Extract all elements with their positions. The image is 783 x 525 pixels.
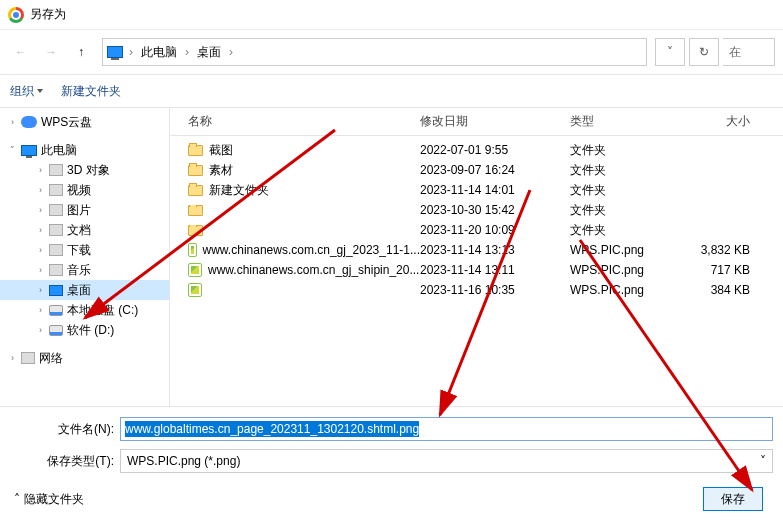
file-size: 384 KB: [690, 283, 760, 297]
chevron-right-icon: ›: [227, 43, 235, 61]
chevron-right-icon: ›: [8, 118, 17, 127]
sidebar-item-network[interactable]: ›网络: [0, 348, 169, 368]
file-date: 2023-09-07 16:24: [420, 163, 570, 177]
save-button[interactable]: 保存: [703, 487, 763, 511]
folder-icon: [188, 225, 203, 236]
sidebar-item-downloads[interactable]: ›下载: [0, 240, 169, 260]
new-folder-button[interactable]: 新建文件夹: [61, 83, 121, 100]
file-name: www.chinanews.com.cn_gj_2023_11-1...: [203, 243, 420, 257]
folder-icon: [188, 145, 203, 156]
file-type: 文件夹: [570, 162, 690, 179]
nav-forward-button: →: [38, 39, 64, 65]
path-box[interactable]: › 此电脑 › 桌面 ›: [102, 38, 647, 66]
column-header-name[interactable]: 名称: [170, 113, 420, 130]
chevron-right-icon: ›: [36, 306, 45, 315]
music-icon: [49, 264, 63, 276]
folder-icon: [188, 165, 203, 176]
pc-icon: [21, 145, 37, 156]
file-size: 717 KB: [690, 263, 760, 277]
nav-up-button[interactable]: ↑: [68, 39, 94, 65]
sidebar-item-wps-cloud[interactable]: ›WPS云盘: [0, 112, 169, 132]
chevron-right-icon: ›: [36, 326, 45, 335]
breadcrumb-current[interactable]: 桌面: [195, 42, 223, 63]
chevron-down-icon: ˅: [760, 454, 766, 468]
nav-back-button: ←: [8, 39, 34, 65]
search-input[interactable]: 在: [723, 38, 775, 66]
file-name: www.chinanews.com.cn_gj_shipin_20...: [208, 263, 419, 277]
pictures-icon: [49, 204, 63, 216]
toolbar: 组织 新建文件夹: [0, 74, 783, 108]
file-type: WPS.PIC.png: [570, 243, 690, 257]
chevron-right-icon: ›: [36, 286, 45, 295]
file-row[interactable]: 2023-11-20 10:09文件夹: [170, 220, 783, 240]
image-file-icon: [188, 283, 202, 297]
sidebar-item-pictures[interactable]: ›图片: [0, 200, 169, 220]
file-type: 文件夹: [570, 182, 690, 199]
sidebar-item-documents[interactable]: ›文档: [0, 220, 169, 240]
filetype-select[interactable]: WPS.PIC.png (*.png) ˅: [120, 449, 773, 473]
file-row[interactable]: 素材2023-09-07 16:24文件夹: [170, 160, 783, 180]
sidebar-item-desktop[interactable]: ›桌面: [0, 280, 169, 300]
cloud-icon: [21, 116, 37, 128]
filename-input[interactable]: www.globaltimes.cn_page_202311_1302120.s…: [120, 417, 773, 441]
chevron-down-icon: ˅: [667, 45, 673, 59]
file-row[interactable]: 截图2022-07-01 9:55文件夹: [170, 140, 783, 160]
file-row[interactable]: 2023-10-30 15:42文件夹: [170, 200, 783, 220]
filename-label: 文件名(N):: [10, 421, 120, 438]
refresh-button[interactable]: ↻: [689, 38, 719, 66]
disk-icon: [49, 325, 63, 336]
sidebar-item-this-pc[interactable]: ˅此电脑: [0, 140, 169, 160]
breadcrumb-root[interactable]: 此电脑: [139, 42, 179, 63]
file-name: 素材: [209, 162, 233, 179]
file-date: 2023-11-16 10:35: [420, 283, 570, 297]
pc-icon: [107, 46, 123, 58]
chevron-up-icon: ˄: [14, 492, 20, 506]
file-date: 2023-11-20 10:09: [420, 223, 570, 237]
folder-icon: [188, 185, 203, 196]
file-date: 2023-11-14 13:11: [420, 263, 570, 277]
save-form: 文件名(N): www.globaltimes.cn_page_202311_1…: [0, 406, 783, 517]
file-size: 3,832 KB: [690, 243, 760, 257]
chevron-right-icon: ›: [36, 246, 45, 255]
file-name: 截图: [209, 142, 233, 159]
file-type: 文件夹: [570, 142, 690, 159]
sidebar-item-disk-c[interactable]: ›本地磁盘 (C:): [0, 300, 169, 320]
organize-menu[interactable]: 组织: [10, 83, 43, 100]
chevron-right-icon: ›: [36, 166, 45, 175]
column-header-type[interactable]: 类型: [570, 113, 690, 130]
file-row[interactable]: www.chinanews.com.cn_gj_shipin_20...2023…: [170, 260, 783, 280]
chevron-right-icon: ›: [36, 186, 45, 195]
path-dropdown-button[interactable]: ˅: [655, 38, 685, 66]
chrome-icon: [8, 7, 24, 23]
file-list-header: 名称 修改日期 类型 大小: [170, 108, 783, 136]
sidebar-item-3d-objects[interactable]: ›3D 对象: [0, 160, 169, 180]
file-pane: 名称 修改日期 类型 大小 截图2022-07-01 9:55文件夹素材2023…: [170, 108, 783, 406]
file-type: WPS.PIC.png: [570, 263, 690, 277]
sidebar-item-videos[interactable]: ›视频: [0, 180, 169, 200]
filetype-label: 保存类型(T):: [10, 453, 120, 470]
chevron-right-icon: ›: [36, 266, 45, 275]
file-date: 2022-07-01 9:55: [420, 143, 570, 157]
sidebar-item-disk-d[interactable]: ›软件 (D:): [0, 320, 169, 340]
sidebar-item-music[interactable]: ›音乐: [0, 260, 169, 280]
3d-objects-icon: [49, 164, 63, 176]
desktop-icon: [49, 285, 63, 296]
chevron-right-icon: ›: [36, 206, 45, 215]
file-list[interactable]: 截图2022-07-01 9:55文件夹素材2023-09-07 16:24文件…: [170, 136, 783, 406]
column-header-date[interactable]: 修改日期: [420, 113, 570, 130]
sidebar: ›WPS云盘 ˅此电脑 ›3D 对象 ›视频 ›图片 ›文档 ›下载 ›音乐 ›…: [0, 108, 170, 406]
file-row[interactable]: 2023-11-16 10:35WPS.PIC.png384 KB: [170, 280, 783, 300]
file-type: 文件夹: [570, 202, 690, 219]
downloads-icon: [49, 244, 63, 256]
chevron-right-icon: ›: [8, 354, 17, 363]
address-bar: ← → ↑ › 此电脑 › 桌面 › ˅ ↻ 在: [0, 30, 783, 74]
image-file-icon: [188, 243, 197, 257]
file-row[interactable]: 新建文件夹2023-11-14 14:01文件夹: [170, 180, 783, 200]
file-type: WPS.PIC.png: [570, 283, 690, 297]
hide-folders-toggle[interactable]: ˄隐藏文件夹: [14, 491, 84, 508]
chevron-right-icon: ›: [183, 43, 191, 61]
column-header-size[interactable]: 大小: [690, 113, 760, 130]
file-row[interactable]: www.chinanews.com.cn_gj_2023_11-1...2023…: [170, 240, 783, 260]
file-date: 2023-11-14 13:13: [420, 243, 570, 257]
disk-icon: [49, 305, 63, 316]
